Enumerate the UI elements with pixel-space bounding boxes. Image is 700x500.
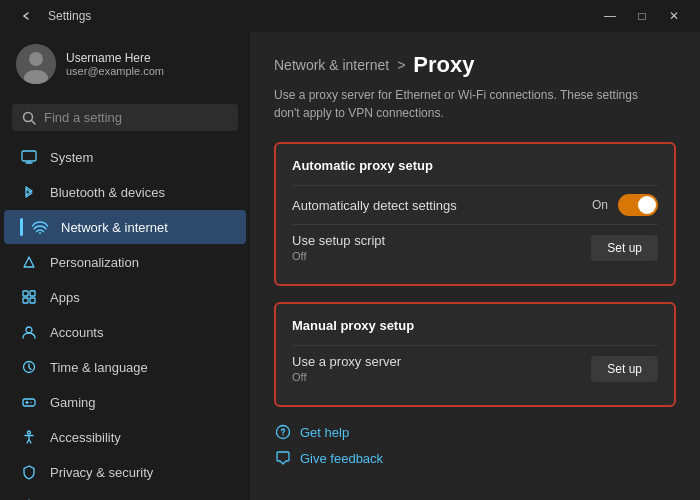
sidebar-item-windows-update[interactable]: Windows Update: [4, 490, 246, 500]
sidebar: Username Here user@example.com System: [0, 32, 250, 500]
svg-rect-15: [23, 399, 35, 406]
svg-point-21: [282, 434, 283, 435]
footer-links: Get help Give feedback: [274, 423, 676, 467]
give-feedback-link[interactable]: Give feedback: [274, 449, 676, 467]
sidebar-item-network[interactable]: Network & internet: [4, 210, 246, 244]
apps-icon: [20, 288, 38, 306]
sidebar-item-accounts[interactable]: Accounts: [4, 315, 246, 349]
accounts-icon: [20, 323, 38, 341]
automatic-proxy-section: Automatic proxy setup Automatically dete…: [274, 142, 676, 286]
manual-proxy-section: Manual proxy setup Use a proxy server Of…: [274, 302, 676, 407]
page-description: Use a proxy server for Ethernet or Wi-Fi…: [274, 86, 654, 122]
setup-script-sub: Off: [292, 250, 385, 262]
svg-line-4: [32, 120, 36, 124]
system-icon: [20, 148, 38, 166]
setup-script-button[interactable]: Set up: [591, 235, 658, 261]
proxy-server-row: Use a proxy server Off Set up: [292, 345, 658, 391]
svg-point-19: [28, 431, 31, 434]
svg-point-13: [26, 327, 32, 333]
search-icon: [22, 111, 36, 125]
sidebar-item-accessibility[interactable]: Accessibility: [4, 420, 246, 454]
breadcrumb-parent[interactable]: Network & internet: [274, 57, 389, 73]
feedback-icon: [274, 449, 292, 467]
auto-detect-toggle[interactable]: [618, 194, 658, 216]
proxy-server-setup-button[interactable]: Set up: [591, 356, 658, 382]
sidebar-item-bluetooth[interactable]: Bluetooth & devices: [4, 175, 246, 209]
breadcrumb-current: Proxy: [413, 52, 474, 78]
search-input[interactable]: [44, 110, 228, 125]
auto-detect-controls: On: [592, 194, 658, 216]
app-container: Username Here user@example.com System: [0, 32, 700, 500]
setup-script-label-group: Use setup script Off: [292, 233, 385, 262]
proxy-server-label: Use a proxy server: [292, 354, 401, 369]
breadcrumb: Network & internet > Proxy: [274, 52, 676, 78]
titlebar: Settings — □ ✕: [0, 0, 700, 32]
manual-section-title: Manual proxy setup: [292, 318, 658, 333]
sidebar-item-accounts-label: Accounts: [50, 325, 103, 340]
svg-point-8: [39, 232, 41, 234]
sidebar-item-personalization-label: Personalization: [50, 255, 139, 270]
gaming-icon: [20, 393, 38, 411]
sidebar-item-system-label: System: [50, 150, 93, 165]
sidebar-item-gaming[interactable]: Gaming: [4, 385, 246, 419]
svg-rect-10: [30, 291, 35, 296]
user-info: Username Here user@example.com: [66, 51, 164, 77]
nav-list: System Bluetooth & devices Network & int…: [0, 139, 250, 500]
sidebar-item-time[interactable]: Time & language: [4, 350, 246, 384]
sidebar-item-system[interactable]: System: [4, 140, 246, 174]
give-feedback-label: Give feedback: [300, 451, 383, 466]
setup-script-label: Use setup script: [292, 233, 385, 248]
automatic-section-title: Automatic proxy setup: [292, 158, 658, 173]
svg-rect-12: [30, 298, 35, 303]
avatar: [16, 44, 56, 84]
active-indicator: [20, 218, 23, 236]
svg-rect-5: [22, 151, 36, 161]
sidebar-item-time-label: Time & language: [50, 360, 148, 375]
proxy-server-sub: Off: [292, 371, 401, 383]
bluetooth-icon: [20, 183, 38, 201]
svg-point-18: [30, 402, 31, 403]
main-content: Network & internet > Proxy Use a proxy s…: [250, 32, 700, 500]
get-help-label: Get help: [300, 425, 349, 440]
sidebar-item-privacy-label: Privacy & security: [50, 465, 153, 480]
sidebar-item-apps[interactable]: Apps: [4, 280, 246, 314]
titlebar-controls: — □ ✕: [596, 6, 688, 26]
sidebar-item-accessibility-label: Accessibility: [50, 430, 121, 445]
network-icon: [31, 218, 49, 236]
minimize-button[interactable]: —: [596, 6, 624, 26]
titlebar-title: Settings: [48, 9, 91, 23]
search-box[interactable]: [12, 104, 238, 131]
sidebar-item-privacy[interactable]: Privacy & security: [4, 455, 246, 489]
user-name: Username Here: [66, 51, 164, 65]
titlebar-left: Settings: [12, 6, 91, 26]
help-icon: [274, 423, 292, 441]
close-button[interactable]: ✕: [660, 6, 688, 26]
personalization-icon: [20, 253, 38, 271]
sidebar-item-network-label: Network & internet: [61, 220, 168, 235]
setup-script-row: Use setup script Off Set up: [292, 224, 658, 270]
auto-detect-label-group: Automatically detect settings: [292, 198, 457, 213]
time-icon: [20, 358, 38, 376]
proxy-server-label-group: Use a proxy server Off: [292, 354, 401, 383]
get-help-link[interactable]: Get help: [274, 423, 676, 441]
breadcrumb-separator: >: [397, 57, 405, 73]
auto-detect-status: On: [592, 198, 608, 212]
svg-rect-11: [23, 298, 28, 303]
auto-detect-row: Automatically detect settings On: [292, 185, 658, 224]
maximize-button[interactable]: □: [628, 6, 656, 26]
sidebar-item-bluetooth-label: Bluetooth & devices: [50, 185, 165, 200]
user-profile[interactable]: Username Here user@example.com: [0, 32, 250, 96]
sidebar-item-apps-label: Apps: [50, 290, 80, 305]
privacy-icon: [20, 463, 38, 481]
accessibility-icon: [20, 428, 38, 446]
svg-rect-9: [23, 291, 28, 296]
auto-detect-label: Automatically detect settings: [292, 198, 457, 213]
svg-point-1: [29, 52, 43, 66]
back-button[interactable]: [12, 6, 40, 26]
sidebar-item-personalization[interactable]: Personalization: [4, 245, 246, 279]
user-email: user@example.com: [66, 65, 164, 77]
sidebar-item-gaming-label: Gaming: [50, 395, 96, 410]
